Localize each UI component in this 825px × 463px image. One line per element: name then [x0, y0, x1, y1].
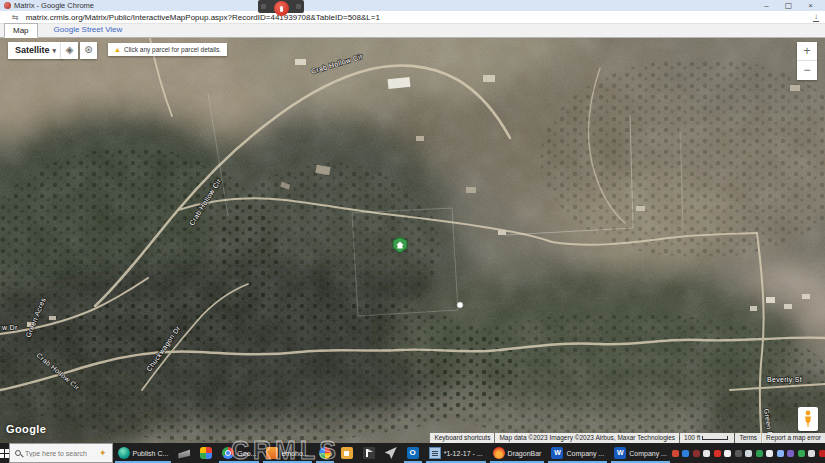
title-bar: Matrix - Google Chrome – ▢ × — [0, 0, 825, 11]
tray-icon[interactable] — [714, 450, 721, 457]
parcel-notice-text: Click any parcel for parcel details. — [124, 46, 221, 53]
tray-icon[interactable] — [756, 450, 763, 457]
scale-label: 100 ft — [684, 434, 700, 441]
taskbar-app-photos[interactable] — [314, 443, 336, 463]
taskbar-app-label: Publish C... — [133, 450, 169, 457]
popup-tab-icon: ⇆ — [12, 13, 19, 22]
search-icon — [15, 450, 21, 456]
map-attribution-bar: Keyboard shortcuts Map data ©2023 Imager… — [429, 433, 825, 443]
keyboard-shortcuts-link[interactable]: Keyboard shortcuts — [430, 433, 494, 443]
amber-icon — [341, 447, 353, 459]
satellite-imagery: Crab Hollow CirCrab Hollow CirCrab Hollo… — [0, 38, 825, 443]
notes-icon — [429, 447, 441, 459]
pegman-icon — [803, 410, 813, 428]
taskbar-app-word-1[interactable]: Company ... — [546, 443, 609, 463]
matrix-favicon-icon — [4, 2, 11, 9]
orange-app-icon — [266, 447, 278, 459]
google-logo[interactable]: Google — [6, 423, 46, 435]
taskbar-app-label: Goo... — [237, 450, 256, 457]
taskbar: Publish C...Goo...emoho...*1-12-17 - ...… — [0, 443, 825, 463]
search-highlights-icon — [99, 449, 107, 458]
tray-icon[interactable] — [777, 450, 784, 457]
tray-icon[interactable] — [787, 450, 794, 457]
search-input[interactable] — [25, 450, 95, 457]
chrome-window: Matrix - Google Chrome – ▢ × ⇆ matrix.cr… — [0, 0, 825, 463]
tab-map[interactable]: Map — [4, 23, 38, 38]
url-text[interactable]: matrix.crmls.org/Matrix/Public/Interacti… — [26, 13, 380, 22]
taskbar-app-browser[interactable]: Goo... — [217, 443, 261, 463]
taskbar-app-emoho[interactable]: emoho... — [261, 443, 313, 463]
recorder-left-icon[interactable] — [261, 4, 266, 9]
taskbar-app-word-2[interactable]: Company ... — [609, 443, 672, 463]
taskbar-app-publish[interactable]: Publish C... — [113, 443, 174, 463]
scanner-icon — [178, 447, 190, 459]
tray-icon[interactable] — [693, 450, 700, 457]
taskbar-app-plane[interactable] — [380, 443, 402, 463]
close-button[interactable]: × — [808, 0, 813, 11]
taskbar-app-label: *1-12-17 - ... — [444, 450, 483, 457]
layers-button[interactable]: ◈ — [61, 42, 78, 59]
system-tray: 3:03 PM 7/12/2025 — [672, 445, 825, 461]
windows-logo-icon — [0, 449, 9, 458]
taskbar-app-notes[interactable]: *1-12-17 - ... — [424, 443, 488, 463]
window-title: Matrix - Google Chrome — [14, 1, 94, 10]
taskbar-app-label: DragonBar — [508, 450, 542, 457]
map-type-label: Satellite — [15, 45, 50, 55]
zoom-control: + − — [797, 42, 817, 80]
taskbar-app-outlook[interactable] — [402, 443, 424, 463]
publish-icon — [118, 447, 130, 459]
outlook-icon — [407, 447, 419, 459]
tray-icon[interactable] — [745, 450, 752, 457]
warning-icon: ▲ — [114, 46, 121, 53]
taskbar-app-flag[interactable] — [358, 443, 380, 463]
scale-bar — [702, 436, 728, 440]
map-canvas[interactable]: Crab Hollow CirCrab Hollow CirCrab Hollo… — [0, 38, 825, 443]
taskbar-app-dragonbar[interactable]: DragonBar — [488, 443, 547, 463]
chrome-icon — [222, 447, 234, 459]
tray-icon[interactable] — [808, 450, 815, 457]
flame-icon — [493, 447, 505, 459]
tray-icon[interactable] — [735, 450, 742, 457]
word-icon — [614, 447, 626, 459]
zoom-out-button[interactable]: − — [797, 61, 817, 80]
tray-icon[interactable] — [819, 450, 825, 457]
page-tab-bar: Map Google Street View — [0, 24, 825, 38]
tray-icon[interactable] — [766, 450, 773, 457]
street-label: w Dr — [1, 324, 18, 331]
tab-google-street-view[interactable]: Google Street View — [46, 23, 131, 37]
taskbar-app-amber[interactable] — [336, 443, 358, 463]
taskbar-app-palette[interactable] — [195, 443, 217, 463]
taskbar-app-label: Company ... — [629, 450, 667, 457]
palette-icon — [200, 447, 212, 459]
recording-widget[interactable] — [258, 0, 304, 13]
parcel-notice: ▲Click any parcel for parcel details. — [108, 43, 227, 56]
map-data-text: Map data ©2023 Imagery ©2023 Airbus, Max… — [495, 433, 679, 443]
maximize-button[interactable]: ▢ — [785, 0, 793, 11]
minimize-button[interactable]: – — [764, 0, 768, 11]
taskbar-app-scanner[interactable] — [173, 443, 195, 463]
tray-icon[interactable] — [703, 450, 710, 457]
recorder-close-icon[interactable] — [296, 4, 301, 9]
map-settings-button[interactable]: ⊛ — [80, 42, 97, 59]
street-label: Beverly St — [767, 376, 802, 384]
report-error-link[interactable]: Report a map error — [762, 433, 825, 443]
layers-icon: ◈ — [66, 44, 74, 55]
taskbar-search[interactable] — [9, 443, 113, 463]
flag-icon — [363, 447, 375, 459]
taskbar-app-label: Company ... — [566, 450, 604, 457]
scale-control: 100 ft — [680, 433, 734, 443]
small-marker[interactable] — [457, 302, 463, 308]
map-type-dropdown[interactable]: Satellite▾ — [8, 42, 63, 59]
tray-icon[interactable] — [724, 450, 731, 457]
pegman-control[interactable] — [798, 407, 818, 431]
start-button[interactable] — [0, 443, 9, 463]
microphone-record-icon[interactable] — [274, 1, 289, 16]
tray-icon[interactable] — [682, 450, 689, 457]
plane-icon — [385, 447, 397, 459]
tray-icon[interactable] — [672, 450, 679, 457]
tray-icon[interactable] — [798, 450, 805, 457]
taskbar-app-label: emoho... — [281, 450, 308, 457]
terms-link[interactable]: Terms — [735, 433, 761, 443]
download-icon[interactable]: ↓ — [813, 13, 819, 22]
zoom-in-button[interactable]: + — [797, 42, 817, 61]
